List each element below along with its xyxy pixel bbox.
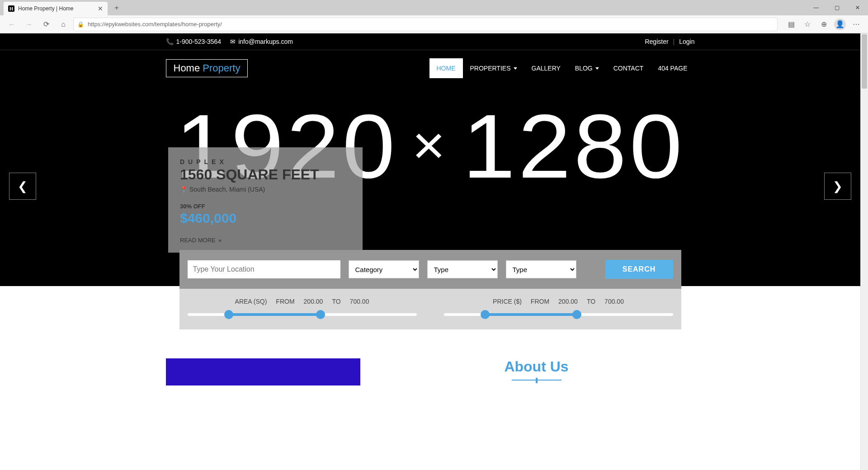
nav-404[interactable]: 404 PAGE <box>651 58 694 78</box>
property-price: $460,000 <box>180 211 351 226</box>
collections-icon[interactable]: ⊕ <box>816 17 831 32</box>
read-more-link[interactable]: READ MORE» <box>180 237 351 244</box>
favicon: H <box>8 5 14 12</box>
main-nav: HOME PROPERTIES GALLERY BLOG CONTACT 404… <box>429 58 695 78</box>
forward-button[interactable]: → <box>22 17 36 32</box>
phone: 📞1-900-523-3564 <box>166 38 222 45</box>
mail-icon: ✉ <box>230 38 236 45</box>
slider-prev-button[interactable]: ❮ <box>9 173 36 200</box>
reader-icon[interactable]: ▤ <box>784 17 798 32</box>
back-button[interactable]: ← <box>5 17 19 32</box>
price-slider-track[interactable] <box>444 313 673 316</box>
slide-info-card: DUPLEX 1560 SQUARE FEET 📍South Beach, Mi… <box>168 147 363 253</box>
menu-icon[interactable]: ⋯ <box>849 17 863 32</box>
logo[interactable]: Home Property <box>166 59 248 77</box>
tab-strip: H Home Property | Home ✕ ＋ — ▢ ✕ <box>0 0 868 15</box>
placeholder-image-text: 1920×1280 <box>0 94 860 198</box>
url-bar[interactable]: 🔒 https://epykwebsites.com/templates/hom… <box>73 18 778 31</box>
property-tag: DUPLEX <box>180 158 351 165</box>
close-window-button[interactable]: ✕ <box>847 0 868 15</box>
email: ✉info@markups.com <box>230 38 293 45</box>
category-select[interactable]: Category <box>349 260 419 278</box>
minimize-button[interactable]: — <box>806 0 826 15</box>
browser-chrome: H Home Property | Home ✕ ＋ — ▢ ✕ ← → ⟳ ⌂… <box>0 0 868 33</box>
about-title: About Us <box>378 358 695 375</box>
vertical-scrollbar[interactable] <box>860 33 868 470</box>
pin-icon: 📍 <box>180 186 188 193</box>
nav-gallery[interactable]: GALLERY <box>524 58 568 78</box>
search-button[interactable]: SEARCH <box>605 260 673 279</box>
close-tab-icon[interactable]: ✕ <box>98 5 103 12</box>
price-range: PRICE ($) FROM 200.00 TO 700.00 <box>444 298 673 316</box>
scrollbar-thumb[interactable] <box>862 34 867 89</box>
chevron-down-icon <box>595 67 599 70</box>
register-link[interactable]: Register <box>645 38 668 45</box>
lock-icon: 🔒 <box>77 21 84 28</box>
price-handle-to[interactable] <box>572 310 581 319</box>
refresh-button[interactable]: ⟳ <box>39 17 53 32</box>
tab-title: Home Property | Home <box>18 5 94 12</box>
price-handle-from[interactable] <box>481 310 490 319</box>
chevron-down-icon <box>514 67 517 70</box>
phone-icon: 📞 <box>166 38 174 45</box>
site-header: Home Property HOME PROPERTIES GALLERY BL… <box>0 50 860 86</box>
type2-select[interactable]: Type <box>506 260 576 278</box>
area-slider-track[interactable] <box>188 313 417 316</box>
discount-label: 30% OFF <box>180 203 351 210</box>
separator: | <box>673 38 675 45</box>
search-panel: Category Type Type SEARCH AREA (SQ) FROM… <box>179 250 681 329</box>
title-underline <box>512 380 561 381</box>
favorites-icon[interactable]: ☆ <box>800 17 815 32</box>
nav-blog[interactable]: BLOG <box>568 58 606 78</box>
new-tab-button[interactable]: ＋ <box>110 1 123 14</box>
profile-avatar[interactable]: 👤 <box>833 17 847 32</box>
area-handle-from[interactable] <box>224 310 233 319</box>
area-handle-to[interactable] <box>316 310 325 319</box>
browser-toolbar: ← → ⟳ ⌂ 🔒 https://epykwebsites.com/templ… <box>0 15 868 33</box>
home-button[interactable]: ⌂ <box>56 17 71 32</box>
nav-properties[interactable]: PROPERTIES <box>463 58 524 78</box>
location-input[interactable] <box>188 260 340 278</box>
property-location: 📍South Beach, Miami (USA) <box>180 186 351 193</box>
nav-contact[interactable]: CONTACT <box>606 58 651 78</box>
login-link[interactable]: Login <box>679 38 694 45</box>
area-range: AREA (SQ) FROM 200.00 TO 700.00 <box>188 298 417 316</box>
search-row: Category Type Type SEARCH <box>179 250 681 289</box>
property-headline: 1560 SQUARE FEET <box>180 166 351 183</box>
page-content: 📞1-900-523-3564 ✉info@markups.com Regist… <box>0 33 860 470</box>
about-image-placeholder <box>166 358 360 385</box>
type-select[interactable]: Type <box>427 260 498 278</box>
window-controls: — ▢ ✕ <box>806 0 868 15</box>
nav-home[interactable]: HOME <box>429 58 463 78</box>
slider-next-button[interactable]: ❯ <box>824 173 851 200</box>
chevron-right-icon: » <box>218 237 222 244</box>
maximize-button[interactable]: ▢ <box>826 0 847 15</box>
range-row: AREA (SQ) FROM 200.00 TO 700.00 <box>179 289 681 329</box>
browser-tab[interactable]: H Home Property | Home ✕ <box>4 2 108 15</box>
url-text: https://epykwebsites.com/templates/home-… <box>88 21 222 28</box>
top-info-bar: 📞1-900-523-3564 ✉info@markups.com Regist… <box>0 33 860 50</box>
